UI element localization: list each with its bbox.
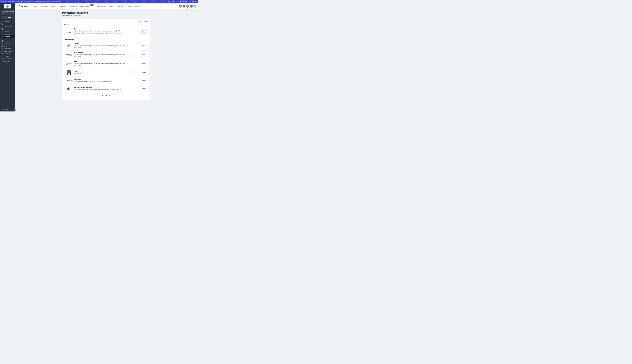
extensions-puzzle-icon[interactable] — [190, 1, 191, 2]
manage-button-nmi[interactable]: Manage — [140, 62, 148, 65]
sidebar-item-label: Conversations — [4, 26, 12, 27]
launchpad-icon — [2, 20, 3, 22]
manage-button-razorpay[interactable]: Manage — [140, 79, 148, 82]
manage-button-stripe[interactable]: Manage — [140, 30, 148, 34]
sidebar-item-opportunities[interactable]: Opportunities — [0, 33, 15, 35]
sidebar-item-reputation[interactable]: Reputation — [0, 52, 15, 55]
sidebar-item-reporting[interactable]: Reporting — [0, 55, 15, 58]
link-icon[interactable] — [168, 1, 170, 2]
address-bar-url[interactable]: https://app.gohighlevel.com/v2/location/… — [3, 1, 60, 2]
sidebar-item-label: Settings — [4, 108, 8, 110]
terminal-icon[interactable] — [180, 1, 182, 2]
tab-label: Orders — [60, 6, 64, 7]
image-extension-icon[interactable] — [172, 1, 174, 2]
sidebar-item-launchpad[interactable]: Launchpad — [0, 20, 15, 22]
search-for-more-link[interactable]: Search For More — [139, 21, 149, 22]
provider-description: Add Cash on Delivery or Custom Payment M… — [74, 88, 120, 90]
calendar-icon — [2, 28, 3, 30]
provider-description: With your Business account, you get acce… — [74, 54, 125, 58]
sidebar-item-mobile-app[interactable]: Mobile App — [0, 60, 15, 62]
location-detail: xyz, CA — [4, 14, 8, 14]
sidebar-item-dashboard[interactable]: Dashboard — [0, 22, 15, 25]
tab-invoices[interactable]: Invoices — [32, 3, 38, 9]
razorpay-bolt-icon — [65, 80, 66, 82]
memberships-badge-icon — [2, 48, 3, 50]
provider-description: With your Business account, you get acce… — [74, 45, 125, 49]
tab-coupons[interactable]: Coupons — [118, 3, 123, 9]
help-button[interactable]: ? — [190, 5, 193, 8]
cash-in-hand-icon — [67, 87, 71, 90]
manage-button-authorize-net[interactable]: Manage — [140, 53, 148, 56]
tab-integrations[interactable]: Integrations — [134, 3, 142, 9]
sidebar-item-calendars[interactable]: Calendars — [0, 28, 15, 30]
sidebar-item-automation[interactable]: Automation — [0, 42, 15, 45]
quick-actions-button[interactable] — [12, 16, 14, 19]
split-view-icon[interactable] — [195, 1, 197, 2]
stripe-logo: stripe — [65, 31, 72, 33]
provider-description: With your Business account, you get acce… — [74, 63, 125, 67]
app-marketplace-icon — [2, 58, 3, 60]
dashboard-icon — [2, 23, 3, 25]
navbar-title: Payments — [18, 5, 28, 7]
provider-name: Razorpay — [74, 79, 112, 80]
authorize-blue-dot — [69, 54, 70, 54]
manage-button-nmi-custom[interactable]: Manage — [140, 71, 148, 74]
sidebar-item-label: Dashboard — [4, 23, 10, 25]
sidebar-search-input[interactable]: Search ⌘ K — [1, 16, 11, 19]
text-cursor-icon — [194, 1, 194, 2]
search-placeholder: Search — [3, 17, 8, 18]
sidebar-item-settings[interactable]: Settings — [0, 108, 15, 110]
announcements-button[interactable] — [183, 5, 186, 8]
manage-button-manual-payment-methods[interactable]: Manage — [140, 87, 148, 90]
sidebar-item-sites[interactable]: Sites — [0, 45, 15, 47]
sidebar-item-payments[interactable]: Payments — [0, 35, 15, 38]
location-pin-icon — [2, 12, 4, 14]
scrollbar[interactable] — [198, 3, 198, 112]
sidebar-collapse-button[interactable] — [14, 109, 16, 110]
browser-toolbar: https://app.gohighlevel.com/v2/location/… — [0, 0, 198, 3]
tab-orders[interactable]: Orders — [60, 3, 66, 9]
lightning-bolt-icon — [12, 17, 14, 18]
mobile-app-icon — [2, 60, 3, 62]
tab-subscriptions[interactable]: Subscriptions — [69, 3, 77, 9]
tab-transactions[interactable]: Transactions — [97, 3, 105, 9]
user-avatar[interactable]: AS — [194, 5, 196, 8]
sidebar-item-marketing[interactable]: Marketing — [0, 40, 15, 42]
search-icon — [2, 17, 3, 18]
phone-button[interactable] — [179, 5, 182, 8]
camera-icon[interactable] — [175, 1, 177, 2]
notifications-button[interactable] — [186, 5, 189, 8]
globe-icon[interactable] — [182, 1, 184, 2]
location-switcher[interactable]: Sagu QA [ Do Not To... xyz, CA — [1, 10, 14, 16]
authorize-wordmark: authorize.net — [66, 54, 72, 55]
reporting-icon — [2, 55, 3, 57]
connected-section-header[interactable]: Connected (6) — [64, 39, 149, 40]
search-for-more-button[interactable]: Search For More — [93, 94, 120, 98]
manage-button-paypal[interactable]: Manage — [140, 44, 148, 48]
tab-documents-contracts[interactable]: Documents & Contracts — [41, 3, 57, 9]
page-subtitle: Manage payment providers here — [62, 15, 151, 16]
notification-dot — [185, 5, 186, 6]
tab-products[interactable]: Products — [108, 3, 114, 9]
crosshair-icon[interactable] — [185, 1, 187, 2]
sidebar-item-app-marketplace[interactable]: App Marketplace — [0, 58, 15, 60]
nmi-wordmark: nmi — [69, 63, 72, 65]
text-selection-badge[interactable]: FI — [192, 1, 194, 2]
sidebar-item-label: Memberships — [4, 48, 11, 49]
sidebar-item-conversations[interactable]: Conversations — [0, 25, 15, 28]
selection-badge-label: FI — [193, 1, 194, 2]
agency-logo — [4, 4, 11, 8]
tab-settings[interactable]: Settings — [126, 3, 131, 9]
payments-tabs: Invoices Documents & Contracts Orders Su… — [32, 3, 142, 9]
page-content: Payment Integrations Manage payment prov… — [15, 9, 198, 112]
sidebar-item-media-storage[interactable]: Media Storage — [0, 50, 15, 52]
manual-payment-logo — [65, 87, 72, 90]
toolbar-separator — [178, 1, 178, 2]
sidebar-item-memberships[interactable]: Memberships — [0, 47, 15, 50]
provider-row-nmi-custom: NMI NMI desc check Manage — [64, 69, 150, 76]
sidebar-item-contacts[interactable]: Contacts — [0, 30, 15, 33]
chevron-down-icon — [65, 6, 66, 7]
tab-payment-links[interactable]: Payment Links New — [80, 3, 94, 9]
toolbar-separator — [171, 1, 171, 2]
sidebar-item-voice-ai[interactable]: Voice AI — [0, 62, 15, 65]
